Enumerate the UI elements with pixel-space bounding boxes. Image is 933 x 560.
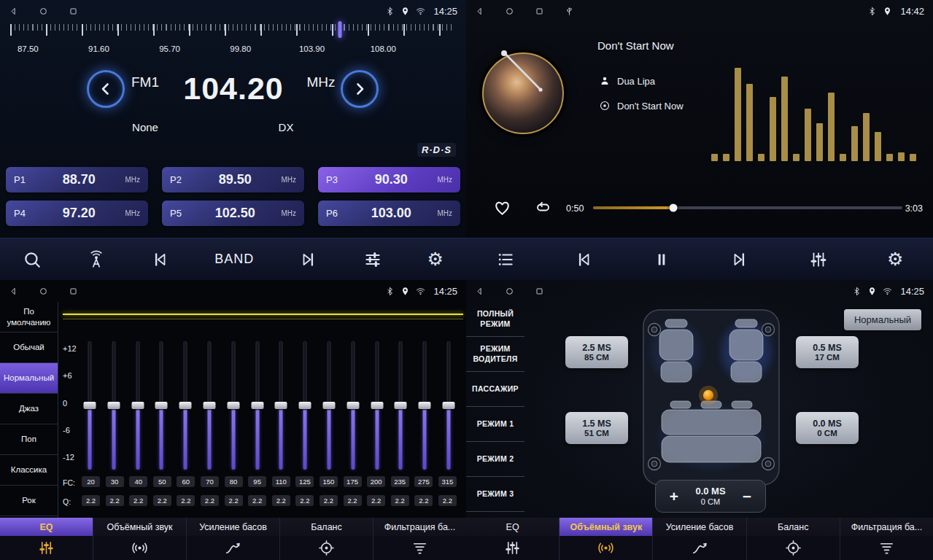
q-value[interactable]: 2.2 bbox=[201, 495, 219, 506]
eq-band-slider-200[interactable] bbox=[369, 341, 385, 470]
eq-band-slider-175[interactable] bbox=[345, 341, 361, 470]
eq-band-slider-150[interactable] bbox=[321, 341, 337, 470]
eq-slider-knob[interactable] bbox=[84, 402, 96, 409]
delay-front-left[interactable]: 2.5 MS 85 CM bbox=[565, 336, 628, 368]
eq-band-slider-50[interactable] bbox=[153, 341, 169, 470]
eq-slider-knob[interactable] bbox=[322, 402, 335, 409]
preset-p3[interactable]: P3 90.30 MHz bbox=[318, 167, 460, 192]
eq-slider-knob[interactable] bbox=[203, 402, 215, 409]
q-value[interactable]: 2.2 bbox=[438, 495, 457, 506]
fc-value-40[interactable]: 40 bbox=[129, 476, 147, 487]
preset-p6[interactable]: P6 103.00 MHz bbox=[318, 201, 460, 226]
playlist-icon[interactable] bbox=[496, 250, 515, 269]
q-value[interactable]: 2.2 bbox=[367, 495, 385, 506]
fc-value-125[interactable]: 125 bbox=[295, 476, 314, 487]
next-track-icon[interactable] bbox=[730, 250, 749, 269]
mode-driver[interactable]: РЕЖИМ ВОДИТЕЛЯ bbox=[466, 337, 524, 372]
q-value[interactable]: 2.2 bbox=[414, 495, 433, 506]
eq-slider-knob[interactable] bbox=[347, 402, 359, 409]
home-icon[interactable] bbox=[505, 7, 514, 16]
delay-decrease-button[interactable]: − bbox=[738, 488, 756, 505]
delay-front-right[interactable]: 0.5 MS 17 CM bbox=[796, 336, 859, 368]
eq-band-slider-60[interactable] bbox=[177, 341, 193, 470]
q-value[interactable]: 2.2 bbox=[320, 495, 338, 506]
eq-preset-classic[interactable]: Классика bbox=[0, 455, 58, 486]
fc-value-235[interactable]: 235 bbox=[391, 476, 409, 487]
eq-slider-knob[interactable] bbox=[419, 402, 431, 409]
eq-slider-knob[interactable] bbox=[155, 402, 168, 409]
previous-station-icon[interactable] bbox=[150, 250, 169, 269]
fc-value-110[interactable]: 110 bbox=[272, 476, 290, 487]
eq-band-slider-125[interactable] bbox=[297, 341, 313, 470]
preset-p5[interactable]: P5 102.50 MHz bbox=[162, 201, 304, 226]
settings-gear-icon[interactable]: ⚙ bbox=[427, 250, 444, 268]
fc-value-70[interactable]: 70 bbox=[201, 476, 219, 487]
preset-p1[interactable]: P1 88.70 MHz bbox=[6, 167, 148, 192]
tab-filter[interactable]: Фильтрация ба... bbox=[840, 518, 933, 560]
fc-value-95[interactable]: 95 bbox=[248, 476, 266, 487]
repeat-mode-icon[interactable] bbox=[533, 199, 553, 217]
home-icon[interactable] bbox=[39, 7, 48, 16]
tab-balance[interactable]: Баланс bbox=[747, 518, 840, 560]
eq-slider-knob[interactable] bbox=[395, 402, 407, 409]
home-icon[interactable] bbox=[505, 287, 514, 296]
eq-slider-knob[interactable] bbox=[442, 402, 454, 409]
settings-gear-icon[interactable]: ⚙ bbox=[887, 250, 903, 268]
eq-band-slider-20[interactable] bbox=[82, 341, 98, 470]
eq-slider-knob[interactable] bbox=[371, 402, 383, 409]
tab-surround[interactable]: Объёмный звук bbox=[560, 518, 653, 560]
fc-value-80[interactable]: 80 bbox=[225, 476, 243, 487]
fc-value-175[interactable]: 175 bbox=[344, 476, 362, 487]
eq-slider-knob[interactable] bbox=[131, 402, 144, 409]
eq-preset-rock[interactable]: Рок bbox=[0, 486, 58, 516]
progress-knob[interactable] bbox=[670, 204, 678, 212]
mode-1[interactable]: РЕЖИМ 1 bbox=[466, 407, 524, 442]
tab-balance[interactable]: Баланс bbox=[280, 518, 373, 560]
equalizer-icon[interactable] bbox=[363, 250, 382, 269]
q-value[interactable]: 2.2 bbox=[153, 495, 171, 506]
mode-full[interactable]: ПОЛНЫЙ РЕЖИМ bbox=[466, 302, 524, 337]
recents-icon[interactable] bbox=[535, 7, 544, 16]
favorite-heart-icon[interactable] bbox=[492, 198, 512, 217]
tab-bass-boost[interactable]: Усиление басов bbox=[653, 518, 746, 560]
mode-passenger[interactable]: ПАССАЖИР bbox=[466, 372, 524, 407]
fc-value-275[interactable]: 275 bbox=[414, 476, 433, 487]
q-value[interactable]: 2.2 bbox=[177, 495, 195, 506]
q-value[interactable]: 2.2 bbox=[106, 495, 124, 506]
q-value[interactable]: 2.2 bbox=[295, 495, 314, 506]
delay-rear-left[interactable]: 1.5 MS 51 CM bbox=[565, 412, 628, 444]
preset-p2[interactable]: P2 89.50 MHz bbox=[162, 167, 304, 192]
pause-icon[interactable] bbox=[652, 250, 671, 269]
delay-increase-button[interactable]: + bbox=[665, 488, 683, 505]
eq-band-slider-235[interactable] bbox=[392, 341, 409, 470]
seek-bar[interactable] bbox=[593, 206, 902, 209]
q-value[interactable]: 2.2 bbox=[391, 495, 409, 506]
q-value[interactable]: 2.2 bbox=[248, 495, 266, 506]
mixer-icon[interactable] bbox=[809, 250, 828, 269]
back-icon[interactable] bbox=[475, 7, 484, 16]
next-station-icon[interactable] bbox=[299, 250, 318, 269]
tab-surround[interactable]: Объёмный звук bbox=[93, 518, 187, 560]
fc-value-150[interactable]: 150 bbox=[320, 476, 338, 487]
q-value[interactable]: 2.2 bbox=[344, 495, 362, 506]
eq-slider-knob[interactable] bbox=[179, 402, 192, 409]
eq-band-slider-95[interactable] bbox=[249, 341, 266, 470]
eq-band-slider-70[interactable] bbox=[201, 341, 217, 470]
back-icon[interactable] bbox=[9, 7, 18, 16]
eq-band-slider-80[interactable] bbox=[225, 341, 241, 470]
previous-track-icon[interactable] bbox=[574, 250, 593, 269]
recents-icon[interactable] bbox=[69, 287, 78, 296]
tab-filter[interactable]: Фильтрация ба... bbox=[373, 518, 466, 560]
preset-p4[interactable]: P4 97.20 MHz bbox=[6, 201, 148, 226]
band-button[interactable]: BAND bbox=[214, 252, 254, 267]
eq-band-slider-275[interactable] bbox=[417, 341, 433, 470]
tab-bass-boost[interactable]: Усиление басов bbox=[187, 518, 280, 560]
broadcast-icon[interactable] bbox=[87, 250, 106, 269]
sound-preset-button[interactable]: Нормальный bbox=[844, 309, 921, 330]
eq-band-slider-30[interactable] bbox=[106, 341, 122, 470]
tab-eq[interactable]: EQ bbox=[466, 518, 560, 560]
eq-preset-custom[interactable]: Обычай bbox=[0, 332, 58, 363]
fc-value-50[interactable]: 50 bbox=[153, 476, 171, 487]
home-icon[interactable] bbox=[39, 287, 48, 296]
mode-3[interactable]: РЕЖИМ 3 bbox=[466, 477, 524, 512]
